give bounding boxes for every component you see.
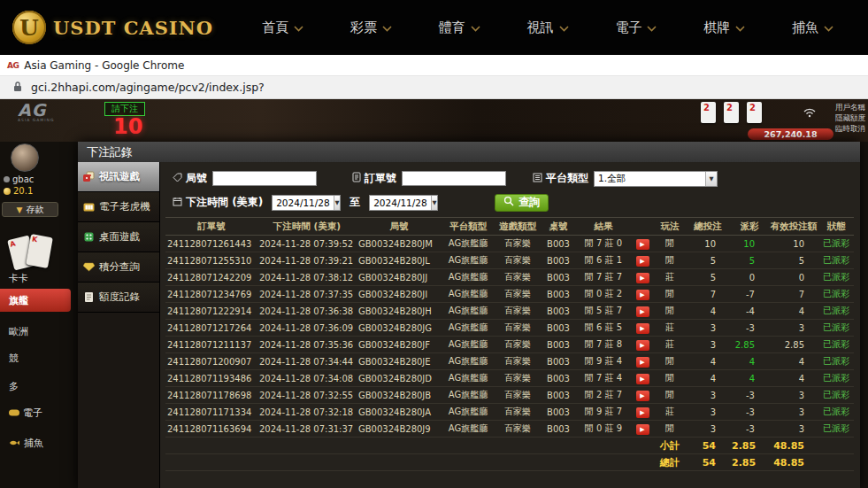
order-label: 訂單號 <box>352 171 396 186</box>
table-row: 2411280712614432024-11-28 07:39:52GB0032… <box>165 236 854 252</box>
replay-button[interactable]: ▶ <box>636 357 649 368</box>
site-header: U USDT CASINO 首頁彩票體育視訊電子棋牌捕魚 <box>0 0 868 55</box>
col-header: 玩法 <box>654 218 686 236</box>
cell-result: 閒 9 莊 4 <box>576 353 631 370</box>
cell-payout: -3 <box>730 404 769 421</box>
footer-cell-replay <box>631 454 654 471</box>
cell-play: 閒 <box>654 286 686 303</box>
cell-order: 241128071217264 <box>165 320 257 337</box>
cell-table_no: B003 <box>541 337 576 353</box>
cell-result: 閒 5 莊 7 <box>576 303 631 320</box>
cell-table_no: B003 <box>541 286 576 303</box>
lobby-menu-item[interactable]: 多 <box>0 376 78 397</box>
cell-result: 閒 6 莊 5 <box>576 320 631 337</box>
footer-label: 總計 <box>654 454 686 471</box>
replay-button[interactable]: ▶ <box>636 290 649 300</box>
deposit-button[interactable]: ▼ 存款 <box>2 202 58 217</box>
date-to-select[interactable]: 2024/11/28 ▼ <box>369 195 438 211</box>
round-label: 局號 <box>173 171 207 186</box>
platform-select[interactable]: 1.全部 ▼ <box>594 171 718 187</box>
sidebar-item[interactable]: 視訊遊戲 <box>78 162 159 192</box>
site-logo[interactable]: U USDT CASINO <box>12 11 213 44</box>
replay-button[interactable]: ▶ <box>636 424 649 435</box>
cell-table_no: B003 <box>541 252 576 269</box>
cell-order: 241128071163694 <box>165 421 257 438</box>
sidebar-item[interactable]: 積分查詢 <box>78 252 159 283</box>
cell-valid: 3 <box>769 387 818 404</box>
replay-button[interactable]: ▶ <box>636 391 649 401</box>
table-row: 2411280712172642024-11-28 07:36:09GB0032… <box>165 320 854 337</box>
footer-cell-platform <box>442 438 495 454</box>
table-row: 2411280712009072024-11-28 07:34:44GB0032… <box>165 353 854 370</box>
cell-game: 百家樂 <box>495 252 541 269</box>
lobby-menu-item[interactable]: 歐洲 <box>0 321 78 342</box>
replay-button[interactable]: ▶ <box>636 323 649 334</box>
cell-order: 241128071222914 <box>165 303 257 320</box>
lobby-menu-item[interactable]: 捕魚 <box>0 432 78 453</box>
cell-play: 莊 <box>654 337 686 353</box>
nav-item[interactable]: 首頁 <box>262 19 303 36</box>
cell-payout: -4 <box>730 303 769 320</box>
col-header: 派彩 <box>730 218 769 236</box>
nav-item[interactable]: 彩票 <box>350 19 392 36</box>
cell-payout: -3 <box>730 387 769 404</box>
lobby-info-line: 用戶名稱 <box>835 102 865 112</box>
search-button[interactable]: 查詢 <box>495 194 549 212</box>
modal-header: 下注記錄 <box>78 142 860 162</box>
replay-button[interactable]: ▶ <box>636 374 649 384</box>
replay-button[interactable]: ▶ <box>636 340 649 351</box>
replay-button[interactable]: ▶ <box>636 239 649 250</box>
browser-addressbar[interactable]: gci.2hhapi.com/agingame/pcv2/index.jsp? <box>0 76 868 99</box>
lobby-menu-item[interactable]: 競 <box>0 347 78 368</box>
cell-platform: AG旗艦廳 <box>442 353 495 370</box>
order-input[interactable] <box>402 171 506 186</box>
cell-valid: 3 <box>769 421 818 438</box>
cell-order: 241128071242209 <box>165 269 257 286</box>
cell-status: 已派彩 <box>818 387 854 404</box>
nav-item[interactable]: 電子 <box>615 19 657 36</box>
avatar[interactable] <box>11 143 39 172</box>
col-header <box>631 218 654 236</box>
to-label: 至 <box>350 195 360 210</box>
cell-time: 2024-11-28 07:35:36 <box>257 337 357 353</box>
table-footer-row: 小計542.8548.85 <box>165 438 854 454</box>
replay-button[interactable]: ▶ <box>636 273 649 283</box>
lobby-menu-item[interactable]: 卡卡 <box>0 267 78 289</box>
cell-valid: 3 <box>769 404 818 421</box>
cell-play: 莊 <box>654 320 686 337</box>
date-from-select[interactable]: 2024/11/28 ▼ <box>272 195 341 211</box>
cell-replay: ▶ <box>631 286 654 303</box>
cell-valid: 2.85 <box>769 337 818 353</box>
cell-platform: AG旗艦廳 <box>442 421 495 438</box>
cell-bet: 7 <box>686 286 730 303</box>
cell-payout: 4 <box>730 353 769 370</box>
col-header: 遊戲類型 <box>495 218 541 236</box>
lobby-topbar: AG ASIA GAMING 請下注 10 222 267,240.18 用戶名… <box>0 99 868 142</box>
nav-item[interactable]: 棋牌 <box>703 19 745 36</box>
fish-icon <box>9 438 20 449</box>
cell-game: 百家樂 <box>495 236 541 252</box>
replay-button[interactable]: ▶ <box>636 407 649 418</box>
search-icon <box>503 196 514 209</box>
footer-cell-time <box>257 454 357 471</box>
replay-button[interactable]: ▶ <box>636 256 649 267</box>
lobby-menu-item[interactable]: 電子 <box>0 402 78 423</box>
col-header: 有效投注額 <box>769 218 818 236</box>
cell-round: GB00324B280JG <box>357 320 442 337</box>
table-row: 2411280712347692024-11-28 07:37:35GB0032… <box>165 286 854 303</box>
round-input[interactable] <box>212 171 317 186</box>
nav-item[interactable]: 捕魚 <box>792 19 833 36</box>
replay-button[interactable]: ▶ <box>636 306 649 317</box>
filter-row-2: 下注時間 (美東) 2024/11/28 ▼ 至 2024/11/28 ▼ 查詢 <box>173 190 855 214</box>
sidebar-item[interactable]: 桌面遊戲 <box>78 222 159 252</box>
sidebar-item[interactable]: 額度記錄 <box>78 283 159 313</box>
cell-round: GB00324B280JB <box>357 387 442 404</box>
cell-status: 已派彩 <box>818 320 854 337</box>
sidebar-item[interactable]: 電子老虎機 <box>78 192 159 222</box>
chevron-down-icon <box>382 19 392 35</box>
lobby-menu-item[interactable]: 旗艦 <box>0 289 71 312</box>
nav-item[interactable]: 體育 <box>439 19 480 36</box>
url-text[interactable]: gci.2hhapi.com/agingame/pcv2/index.jsp? <box>31 81 265 94</box>
nav-item[interactable]: 視訊 <box>527 19 569 36</box>
footer-cell-payout: 2.85 <box>730 438 769 454</box>
